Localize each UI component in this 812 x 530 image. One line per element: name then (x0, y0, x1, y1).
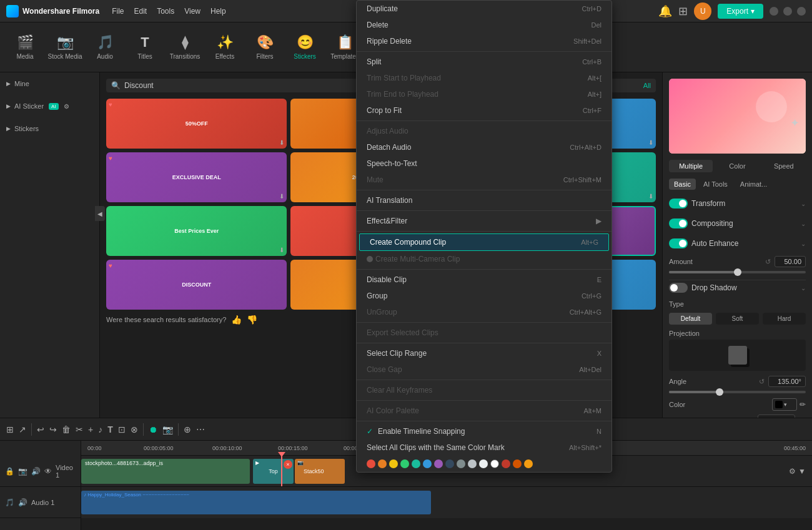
color-dot-darkorange[interactable] (513, 459, 522, 468)
timeline-undo-icon[interactable]: ↩ (37, 424, 44, 434)
timeline-add-icon[interactable]: + (88, 424, 93, 434)
angle-reset-icon[interactable]: ↺ (759, 378, 765, 386)
tool-filters[interactable]: 🎨 Filters (246, 26, 284, 69)
auto-enhance-expand-icon[interactable]: ⌄ (801, 240, 806, 247)
color-dot-silver[interactable] (468, 459, 477, 468)
type-hard-button[interactable]: Hard (763, 313, 806, 325)
thumbs-down-button[interactable]: 👎 (247, 315, 257, 325)
cm-group[interactable]: Group Ctrl+G (357, 288, 611, 304)
timeline-trash-icon[interactable]: 🗑 (62, 424, 71, 434)
cm-crop-fit[interactable]: Crop to Fit Ctrl+F (357, 102, 611, 119)
tool-stickers[interactable]: 😊 Stickers (286, 26, 324, 69)
color-picker-icon[interactable]: ✏ (800, 400, 806, 409)
type-soft-button[interactable]: Soft (716, 313, 759, 325)
ai-sticker-settings-icon[interactable]: ⚙ (64, 103, 69, 110)
color-dot-gray[interactable] (457, 459, 465, 468)
timeline-layers-icon[interactable]: ⊕ (184, 424, 191, 434)
cm-effect-filter[interactable]: Effect&Filter ▶ (357, 213, 611, 229)
cm-ai-translation[interactable]: AI Translation (357, 192, 611, 209)
cm-select-clip-range[interactable]: Select Clip Range X (357, 345, 611, 361)
maximize-button[interactable] (783, 7, 792, 16)
tab-multiple[interactable]: Multiple (669, 160, 713, 172)
thumbs-up-button[interactable]: 👍 (231, 315, 242, 325)
track-arrow-icon[interactable]: ▼ (798, 467, 806, 476)
cm-enable-snapping[interactable]: ✓ Enable Timeline Snapping N (357, 423, 611, 439)
timeline-scissors-icon[interactable]: ✂ (76, 424, 83, 434)
minimize-button[interactable] (770, 7, 778, 16)
playhead[interactable] (281, 456, 282, 486)
sticker-item[interactable]: Best Prices Ever ⬇ (106, 206, 287, 256)
menu-view[interactable]: View (184, 7, 201, 16)
cm-select-same-color[interactable]: Select All Clips with the Same Color Mar… (357, 439, 611, 456)
tool-transitions[interactable]: ⧫ Transitions (166, 26, 204, 69)
grid-icon[interactable]: ⊞ (678, 4, 688, 18)
cm-detach-audio[interactable]: Detach Audio Ctrl+Alt+D (357, 139, 611, 155)
sidebar-collapse-button[interactable]: ◀ (100, 206, 105, 221)
track-camera-icon[interactable]: 📷 (18, 467, 27, 476)
tool-stock-media[interactable]: 📷 Stock Media (46, 26, 84, 69)
cm-create-compound[interactable]: Create Compound Clip Alt+G (359, 233, 609, 251)
close-button[interactable] (797, 7, 806, 16)
cm-split[interactable]: Split Ctrl+B (357, 54, 611, 70)
timeline-redo-icon[interactable]: ↪ (49, 424, 57, 434)
search-all-button[interactable]: All (643, 82, 651, 89)
timeline-record-icon[interactable]: ⏺ (149, 424, 157, 434)
audio-lock-icon[interactable]: 🎵 (5, 498, 14, 507)
menu-edit[interactable]: Edit (134, 7, 147, 16)
subtab-basic[interactable]: Basic (669, 179, 696, 190)
cm-delete[interactable]: Delete Del (357, 17, 611, 33)
amount-reset-icon[interactable]: ↺ (765, 258, 771, 266)
angle-input[interactable] (768, 376, 806, 387)
menu-file[interactable]: File (112, 7, 124, 16)
audio1-track[interactable]: ♪ Happy_Holiday_Season ~~~~~~~~~~~~~~~~ (81, 487, 812, 518)
export-button[interactable]: Export ▾ (718, 4, 763, 19)
cm-speech-to-text[interactable]: Speech-to-Text (357, 155, 611, 172)
timeline-grid-icon[interactable]: ⊞ (6, 424, 14, 434)
timeline-music-icon[interactable]: ♪ (98, 424, 102, 434)
distance-input[interactable] (758, 415, 795, 418)
timeline-text-icon[interactable]: T (107, 424, 113, 434)
color-dot-teal[interactable] (412, 459, 420, 468)
audio-clip-main[interactable]: ♪ Happy_Holiday_Season ~~~~~~~~~~~~~~~~ (81, 491, 431, 514)
color-dot-orange[interactable] (378, 459, 387, 468)
tool-titles[interactable]: T Titles (126, 26, 164, 69)
subtab-animat[interactable]: Animat... (735, 179, 772, 190)
timeline-cursor-icon[interactable]: ↗ (19, 424, 26, 434)
color-dot-amber[interactable] (524, 459, 533, 468)
track-lock-icon[interactable]: 🔒 (5, 467, 14, 476)
sticker-download-icon[interactable]: ⬇ (279, 139, 284, 146)
sidebar-item-stickers[interactable]: ▶ Stickers (6, 122, 93, 135)
color-dot-purple[interactable] (434, 459, 443, 468)
track-mute-icon[interactable]: 🔊 (31, 467, 41, 476)
avatar[interactable]: U (694, 2, 711, 20)
sidebar-item-ai-sticker[interactable]: ▶ AI Sticker AI ⚙ (6, 100, 93, 112)
tool-audio[interactable]: 🎵 Audio (86, 26, 124, 69)
color-dot-white[interactable] (490, 459, 499, 468)
distance-reset-icon[interactable]: ↺ (748, 416, 754, 418)
notifications-icon[interactable]: 🔔 (658, 4, 672, 18)
color-dot-darkred[interactable] (502, 459, 510, 468)
track-eye-icon[interactable]: 👁 (44, 467, 52, 476)
color-dot-red[interactable] (367, 459, 375, 468)
cm-ripple-delete[interactable]: Ripple Delete Shift+Del (357, 33, 611, 49)
sticker-download-icon[interactable]: ⬇ (279, 247, 284, 253)
drop-shadow-toggle[interactable] (669, 283, 688, 293)
type-default-button[interactable]: Default (669, 313, 712, 325)
amount-input[interactable] (775, 256, 806, 267)
transform-expand-icon[interactable]: ⌄ (801, 200, 806, 207)
auto-enhance-toggle[interactable] (669, 238, 688, 248)
audio-mute2-icon[interactable]: 🔊 (18, 498, 27, 507)
color-dot-dark[interactable] (445, 459, 454, 468)
compositing-expand-icon[interactable]: ⌄ (801, 220, 806, 227)
color-dot-blue[interactable] (423, 459, 432, 468)
orange-clip[interactable]: 📷 Stack50 (295, 459, 345, 484)
compositing-toggle[interactable] (669, 218, 688, 228)
angle-slider[interactable] (669, 391, 806, 393)
sticker-download-icon[interactable]: ⬇ (648, 139, 653, 146)
color-dot-green[interactable] (400, 459, 409, 468)
subtab-ai-tools[interactable]: AI Tools (698, 179, 733, 190)
timeline-camera-icon[interactable]: 📷 (162, 424, 173, 434)
sticker-item[interactable]: ♥ EXCLUSIVE DEAL ⬇ (106, 152, 287, 202)
menu-help[interactable]: Help (210, 7, 226, 16)
teal-clip[interactable]: ▶ Top × (253, 459, 294, 484)
